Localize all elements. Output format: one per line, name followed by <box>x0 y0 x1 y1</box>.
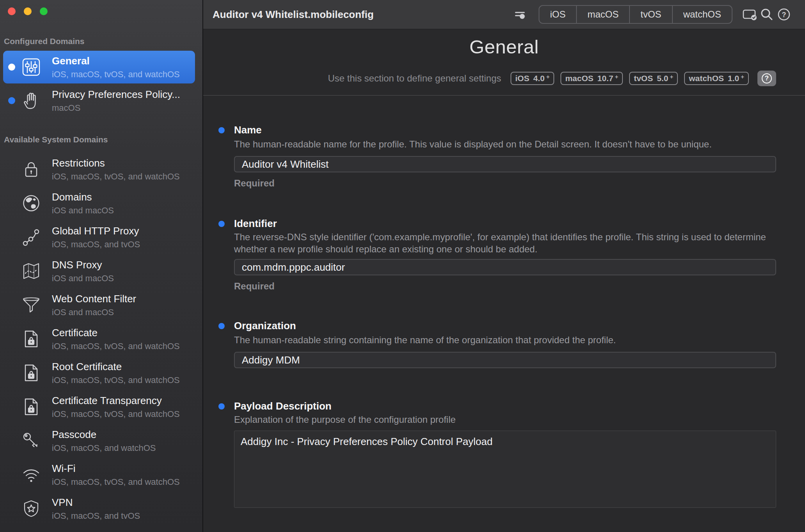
plus-glyph: + <box>615 73 618 80</box>
help-icon[interactable]: ? <box>775 6 793 23</box>
sidebar-item-platforms: macOS <box>52 103 180 113</box>
sidebar-item-certificate-transparency[interactable]: Certificate Transparency iOS, macOS, tvO… <box>3 390 195 424</box>
name-field-description: The human-readable name for the profile.… <box>234 138 780 150</box>
configured-bullet <box>8 64 15 71</box>
organization-field-description: The human-readable string containing the… <box>234 334 780 346</box>
section-help-button[interactable]: ? <box>757 71 776 86</box>
configured-bullet <box>8 97 15 104</box>
tab-macos[interactable]: macOS <box>576 6 629 23</box>
available-domains-header: Available System Domains <box>4 135 108 144</box>
sidebar-item-global-http-proxy[interactable]: Global HTTP Proxy iOS, macOS, and tvOS <box>3 220 195 254</box>
plus-glyph: + <box>741 73 744 80</box>
platform-badge-macos: macOS10.7+ <box>560 72 623 85</box>
hand-icon <box>22 91 41 110</box>
question-mark-icon: ? <box>762 73 772 83</box>
identifier-field-label: Identifier <box>234 218 277 230</box>
map-icon <box>22 262 41 280</box>
payload-description-field-label: Payload Description <box>234 400 332 412</box>
sidebar-item-domains[interactable]: Domains iOS and macOS <box>3 186 195 220</box>
close-window-button[interactable] <box>8 7 16 15</box>
sidebar-item-platforms: iOS, macOS, and tvOS <box>52 239 140 249</box>
configured-domains-header: Configured Domains <box>4 37 85 46</box>
sidebar-item-platforms: iOS, macOS, and watchOS <box>52 443 156 453</box>
sidebar-item-title: Passcode <box>52 428 156 440</box>
payload-description-field-description: Explanation of the purpose of the config… <box>234 413 780 426</box>
wifi-icon <box>22 465 41 484</box>
key-icon <box>22 431 41 450</box>
search-icon[interactable] <box>758 6 775 23</box>
section-subtitle: Use this section to define general setti… <box>328 73 501 84</box>
lock-icon <box>22 160 41 179</box>
name-required-label: Required <box>234 178 275 189</box>
sidebar-item-title: Web Content Filter <box>52 293 136 305</box>
sidebar-item-platforms: iOS, macOS, tvOS, and watchOS <box>52 171 180 181</box>
sidebar-item-platforms: iOS and macOS <box>52 307 136 317</box>
proxy-nodes-icon <box>22 228 41 246</box>
field-indicator-dot <box>218 323 225 329</box>
sidebar-item-restrictions[interactable]: Restrictions iOS, macOS, tvOS, and watch… <box>3 152 195 186</box>
sidebar-item-root-certificate[interactable]: Root Certificate iOS, macOS, tvOS, and w… <box>3 356 195 390</box>
platform-segmented-control: iOS macOS tvOS watchOS <box>539 5 732 24</box>
sidebar-item-title: Certificate Transparency <box>52 394 180 406</box>
funnel-icon <box>22 296 41 314</box>
payload-description-textarea[interactable]: Addigy Inc - Privacy Preferences Policy … <box>234 431 776 508</box>
globe-icon <box>22 194 41 213</box>
sidebar-item-platforms: iOS, macOS, tvOS, and watchOS <box>52 69 180 80</box>
sidebar-item-title: DNS Proxy <box>52 259 114 271</box>
sidebar-item-general[interactable]: General iOS, macOS, tvOS, and watchOS <box>3 51 195 83</box>
field-indicator-dot <box>218 221 225 227</box>
minimize-window-button[interactable] <box>24 7 32 15</box>
sidebar: Configured Domains General iOS, macOS, t… <box>0 0 203 532</box>
platform-badge-watchos: watchOS1.0+ <box>684 72 749 85</box>
titlebar: Auditor v4 Whitelist.mobileconfig iOS ma… <box>203 0 805 29</box>
window-title: Auditor v4 Whitelist.mobileconfig <box>213 0 374 29</box>
sidebar-item-title: Certificate <box>52 326 180 339</box>
sidebar-item-passcode[interactable]: Passcode iOS, macOS, and watchOS <box>3 424 195 458</box>
sidebar-item-platforms: iOS, macOS, and tvOS <box>52 511 140 521</box>
identifier-field-description: The reverse-DNS style identifier ('com.e… <box>234 231 780 255</box>
plus-glyph: + <box>670 73 673 80</box>
field-indicator-dot <box>218 403 225 410</box>
profile-editor-window: Configured Domains General iOS, macOS, t… <box>0 0 805 532</box>
svg-text:?: ? <box>782 11 786 19</box>
sidebar-item-platforms: iOS, macOS, tvOS, and watchOS <box>52 477 180 487</box>
sidebar-item-title: General <box>52 55 180 67</box>
sidebar-item-vpn[interactable]: VPN iOS, macOS, and tvOS <box>3 491 195 525</box>
tab-ios[interactable]: iOS <box>539 6 576 23</box>
section-subtitle-row: Use this section to define general setti… <box>234 70 776 87</box>
tab-tvos[interactable]: tvOS <box>629 6 672 23</box>
identifier-input[interactable] <box>234 259 776 275</box>
sidebar-item-platforms: iOS, macOS, tvOS, and watchOS <box>52 341 180 351</box>
shield-star-icon <box>22 499 41 518</box>
zoom-window-button[interactable] <box>40 7 48 15</box>
tab-watchos[interactable]: watchOS <box>672 6 732 23</box>
sidebar-item-privacy-preferences-policy[interactable]: Privacy Preferences Policy... macOS <box>3 83 195 117</box>
sidebar-item-title: VPN <box>52 496 140 508</box>
certificate-lock-icon <box>22 397 41 416</box>
sidebar-item-dns-proxy[interactable]: DNS Proxy iOS and macOS <box>3 254 195 288</box>
sidebar-item-certificate[interactable]: Certificate iOS, macOS, tvOS, and watchO… <box>3 322 195 356</box>
sidebar-item-title: Privacy Preferences Policy... <box>52 88 180 100</box>
organization-input[interactable] <box>234 352 776 368</box>
device-check-icon[interactable] <box>741 6 758 23</box>
sliders-icon <box>22 58 41 76</box>
sidebar-item-wifi[interactable]: Wi-Fi iOS, macOS, tvOS, and watchOS <box>3 458 195 491</box>
sidebar-item-title: Restrictions <box>52 157 180 169</box>
certificate-lock-icon <box>22 364 41 382</box>
name-field-label: Name <box>234 124 262 136</box>
sidebar-item-title: Global HTTP Proxy <box>52 225 140 237</box>
sidebar-item-platforms: iOS, macOS, tvOS, and watchOS <box>52 375 180 385</box>
organization-field-label: Organization <box>234 320 296 332</box>
sidebar-item-title: Root Certificate <box>52 360 180 372</box>
platform-badge-tvos: tvOS5.0+ <box>629 72 678 85</box>
sidebar-item-web-content-filter[interactable]: Web Content Filter iOS and macOS <box>3 288 195 322</box>
certificate-lock-icon <box>22 330 41 348</box>
field-indicator-dot <box>218 127 225 133</box>
platform-badge-ios: iOS4.0+ <box>511 72 554 85</box>
filter-icon[interactable] <box>511 6 528 23</box>
identifier-required-label: Required <box>234 281 275 292</box>
plus-glyph: + <box>546 73 550 80</box>
section-title: General <box>203 36 805 58</box>
sidebar-item-title: Domains <box>52 191 114 203</box>
name-input[interactable] <box>234 156 776 172</box>
